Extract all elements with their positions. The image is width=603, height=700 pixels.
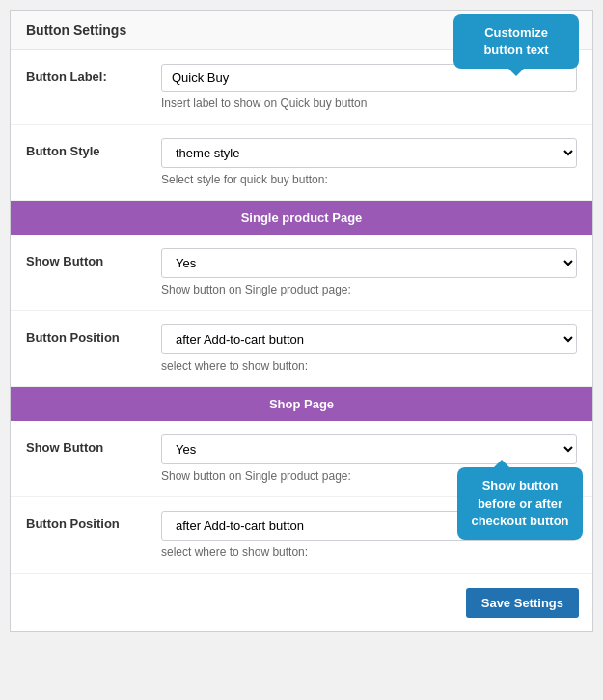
single-show-button-field: Yes No Show button on Single product pag… [161,248,577,296]
button-style-field: theme style default style custom style S… [161,138,577,186]
single-show-button-label: Show Button [26,248,161,268]
single-show-button-select[interactable]: Yes No [161,248,577,278]
single-button-position-hint: select where to show button: [161,359,577,373]
single-button-position-label: Button Position [26,324,161,345]
save-button[interactable]: Save Settings [466,588,579,618]
button-style-label: Button Style [26,138,161,158]
customize-tooltip: Customize button text [453,14,579,69]
shop-page-divider: Shop Page [11,387,592,421]
single-button-position-field: after Add-to-cart button before Add-to-c… [161,324,577,373]
button-style-hint: Select style for quick buy button: [161,173,577,186]
button-style-select[interactable]: theme style default style custom style [161,138,577,168]
single-show-button-hint: Show button on Single product page: [161,283,577,296]
button-label-hint: Insert label to show on Quick buy button [161,97,577,110]
single-product-divider: Single product Page [11,201,592,235]
button-style-row: Button Style theme style default style c… [11,125,592,201]
single-button-position-select[interactable]: after Add-to-cart button before Add-to-c… [161,324,577,354]
position-tooltip: Show button before or after checkout but… [457,467,583,540]
shop-show-button-select[interactable]: Yes No [161,434,577,464]
shop-button-position-row: Button Position after Add-to-cart button… [11,497,592,574]
button-label-label: Button Label: [26,64,161,84]
shop-show-button-label: Show Button [26,434,161,455]
single-button-position-row: Button Position after Add-to-cart button… [11,311,592,387]
shop-button-position-label: Button Position [26,511,161,531]
save-bar: Save Settings [466,588,579,618]
settings-panel: Customize button text Button Settings Bu… [10,10,593,632]
shop-button-position-hint: select where to show button: [161,546,577,559]
single-show-button-row: Show Button Yes No Show button on Single… [11,235,592,311]
